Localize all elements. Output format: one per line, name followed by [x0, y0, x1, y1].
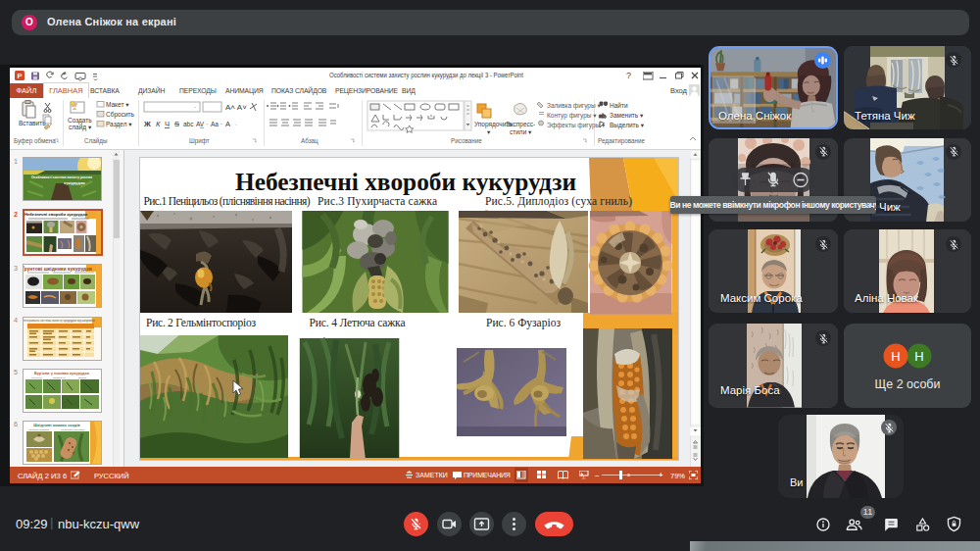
- svg-text:▾: ▾: [487, 128, 491, 135]
- svg-text:Ж: Ж: [143, 120, 151, 128]
- svg-text:Ч: Ч: [165, 120, 170, 128]
- svg-text:Н: Н: [914, 349, 923, 364]
- svg-text:Рис. 2 Гельмінтоспоріоз: Рис. 2 Гельмінтоспоріоз: [146, 317, 256, 329]
- svg-text:·: ·: [235, 122, 237, 127]
- svg-text:ab: ab: [599, 113, 606, 119]
- svg-text:стили ▾: стили ▾: [510, 128, 532, 135]
- svg-text:Сбросить: Сбросить: [106, 111, 135, 119]
- svg-text:Вставить: Вставить: [19, 120, 46, 126]
- svg-text:Інтегрована система захисту ку: Інтегрована система захисту кукурудзи ві…: [24, 319, 95, 323]
- svg-text:Рис.1 Пеніцильоз (пліснявіння: Рис.1 Пеніцильоз (пліснявіння насіння): [144, 195, 311, 208]
- svg-text:Н: Н: [891, 349, 900, 364]
- svg-text:Небезпечні хвороби кукурудзи: Небезпечні хвороби кукурудзи: [24, 212, 87, 217]
- svg-text:abc: abc: [183, 121, 194, 127]
- svg-text:AV̲ ·: AV̲ ·: [196, 121, 208, 128]
- svg-text:Макет ▾: Макет ▾: [106, 101, 129, 108]
- svg-text:S: S: [174, 120, 179, 128]
- svg-text:Эффекты фигуры ▾: Эффекты фигуры ▾: [547, 122, 606, 129]
- svg-text:Aa ·: Aa ·: [211, 121, 222, 127]
- svg-text:Особливості системи захисту ро: Особливості системи захисту рослин кукур…: [329, 70, 524, 78]
- svg-text:Шкідливі комахи сходів: Шкідливі комахи сходів: [33, 423, 80, 427]
- svg-text:Ґрунтові шкідники кукурудзи: Ґрунтові шкідники кукурудзи: [24, 265, 92, 272]
- svg-text:Особливості системи захисту ро: Особливості системи захисту рослин: [31, 175, 92, 179]
- svg-text:P: P: [17, 72, 22, 80]
- svg-text:Рис. 6 Фузаріоз: Рис. 6 Фузаріоз: [486, 317, 561, 329]
- svg-text:Рис. 4 Летюча сажка: Рис. 4 Летюча сажка: [310, 317, 406, 328]
- svg-text:·: ·: [194, 104, 196, 111]
- svg-text:стеблового метелика: стеблового метелика: [61, 428, 85, 431]
- svg-text:личинки коваликів: личинки коваликів: [28, 428, 50, 431]
- svg-text:Заменить ▾: Заменить ▾: [610, 112, 644, 119]
- svg-text:Бур'яни у посівах кукурудзи: Бур'яни у посівах кукурудзи: [34, 371, 90, 376]
- svg-text:Рис.3 Пухирчаста сажка: Рис.3 Пухирчаста сажка: [318, 195, 437, 208]
- svg-text:Заливка фигуры ▾: Заливка фигуры ▾: [547, 102, 601, 110]
- svg-text:Ще 2 особи: Ще 2 особи: [874, 377, 940, 391]
- svg-text:Рис.5. Диплодіоз (суха гниль): Рис.5. Диплодіоз (суха гниль): [485, 195, 632, 208]
- svg-text:Найти: Найти: [610, 102, 628, 109]
- svg-text:однорічні: однорічні: [31, 376, 42, 379]
- svg-text:кукурудзи: кукурудзи: [64, 180, 85, 185]
- svg-text:К: К: [156, 120, 161, 128]
- svg-text:Выделить ▾: Выделить ▾: [610, 122, 645, 129]
- svg-text:Контур фигуры ▾: Контур фигуры ▾: [547, 112, 597, 120]
- svg-text:Раздел ▾: Раздел ▾: [106, 121, 132, 128]
- svg-text:слайд ▾: слайд ▾: [69, 124, 92, 131]
- svg-text:A: A: [225, 120, 230, 128]
- svg-text:багаторічні: багаторічні: [53, 376, 66, 379]
- svg-text:A˄ A˅: A˄ A˅: [225, 103, 247, 112]
- svg-text:Экспресс-: Экспресс-: [506, 121, 535, 128]
- svg-text:злакові: злакові: [78, 376, 87, 379]
- svg-text:Небезпечні хвороби кукурудзи: Небезпечні хвороби кукурудзи: [235, 169, 576, 195]
